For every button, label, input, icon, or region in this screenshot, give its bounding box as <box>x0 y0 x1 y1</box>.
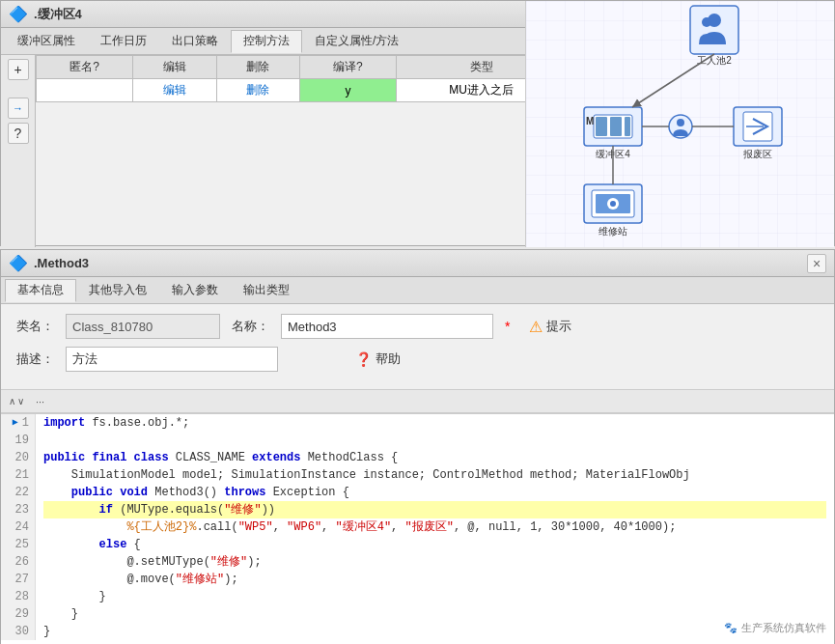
line-num-26: 26 <box>7 553 29 571</box>
line-num-1: ▶ 1 <box>7 414 29 432</box>
bottom-panel-title-area: 🔷 .Method3 <box>9 254 89 272</box>
scroll-up-button[interactable]: ∧ <box>9 396 15 406</box>
add-row-button[interactable]: + <box>8 59 29 80</box>
code-line-21: SimulationModel model; SimulationInstanc… <box>43 466 826 484</box>
svg-point-25 <box>610 201 616 207</box>
tab-input-params[interactable]: 输入参数 <box>159 279 231 302</box>
more-options-button[interactable]: ··· <box>32 395 48 408</box>
svg-rect-1 <box>690 6 738 54</box>
class-label: 类名： <box>16 318 54 335</box>
desc-label: 描述： <box>16 350 54 368</box>
hint-label: 提示 <box>546 318 571 335</box>
warning-icon: ⚠ <box>529 318 543 336</box>
svg-rect-7 <box>596 117 607 136</box>
tab-output-type[interactable]: 输出类型 <box>231 279 302 302</box>
help-label: 帮助 <box>376 350 401 368</box>
code-line-27: @.move("维修站"); <box>43 571 826 588</box>
name-label: 名称： <box>232 318 269 335</box>
code-line-25: else { <box>43 536 826 553</box>
code-line-20: public final class CLASS_NAME extends Me… <box>43 449 826 466</box>
line-num-19: 19 <box>7 432 29 449</box>
svg-point-13 <box>677 119 684 126</box>
code-line-29: } <box>43 605 826 623</box>
tab-basic-info[interactable]: 基本信息 <box>5 279 76 302</box>
line-num-29: 29 <box>7 605 29 623</box>
arrow-right-button[interactable]: → <box>8 98 29 119</box>
watermark-icon: 🐾 <box>724 622 738 634</box>
bottom-panel-close-button[interactable]: × <box>807 254 826 273</box>
diagram-inner: 工人池2 缓冲区4 <box>526 1 834 247</box>
svg-text:维修站: 维修站 <box>598 226 627 237</box>
tab-buffer-properties[interactable]: 缓冲区属性 <box>5 30 88 53</box>
svg-rect-8 <box>610 117 622 136</box>
svg-text:M: M <box>586 116 594 126</box>
col-delete: 删除 <box>216 56 299 79</box>
cell-edit-btn[interactable]: 编辑 <box>133 79 216 102</box>
table-left-controls: + → ? <box>1 55 36 247</box>
line-num-30: 30 <box>7 623 29 640</box>
line-num-23: 23 <box>7 501 29 518</box>
svg-point-3 <box>702 17 711 27</box>
svg-text:报废区: 报废区 <box>742 149 772 159</box>
code-editor[interactable]: ▶ 1 19 20 21 22 23 24 25 26 27 28 29 30 … <box>1 413 834 644</box>
tab-work-calendar[interactable]: 工作日历 <box>88 30 159 53</box>
cell-delete-btn[interactable]: 删除 <box>216 79 299 102</box>
bottom-panel-tabs-bar: 基本信息 其他导入包 输入参数 输出类型 <box>1 277 834 304</box>
code-line-22: public void Method3() throws Exception { <box>43 484 826 501</box>
scroll-buttons: ∧ ∨ <box>9 396 24 406</box>
svg-text:工人池2: 工人池2 <box>697 55 732 66</box>
code-content: import fs.base.obj.*; public final class… <box>36 414 834 640</box>
code-line-30: } <box>43 623 826 640</box>
code-line-1: import fs.base.obj.*; <box>43 414 826 432</box>
line-num-28: 28 <box>7 588 29 605</box>
method-icon: 🔷 <box>9 254 28 272</box>
code-line-19 <box>43 432 826 449</box>
bottom-panel: 🔷 .Method3 × 基本信息 其他导入包 输入参数 输出类型 类名： 名称… <box>0 249 835 644</box>
code-lines-container: ▶ 1 19 20 21 22 23 24 25 26 27 28 29 30 … <box>1 414 834 640</box>
code-toolbar: ∧ ∨ ··· <box>1 390 834 413</box>
tab-custom-attributes[interactable]: 自定义属性/方法 <box>302 30 411 53</box>
question-icon: ❓ <box>355 351 372 367</box>
watermark: 🐾 生产系统仿真软件 <box>724 621 826 635</box>
code-line-28: } <box>43 588 826 605</box>
description-row: 描述： ❓ 帮助 <box>16 347 819 372</box>
cell-anonymous <box>37 79 133 102</box>
code-line-26: @.setMUType("维修"); <box>43 553 826 571</box>
line-numbers: ▶ 1 19 20 21 22 23 24 25 26 27 28 29 30 <box>1 414 36 640</box>
method-name-input[interactable] <box>281 314 493 339</box>
form-area: 类名： 名称： * ⚠ 提示 描述： ❓ 帮助 <box>1 304 834 390</box>
help-button[interactable]: ❓ 帮助 <box>348 348 408 371</box>
tab-import-packages[interactable]: 其他导入包 <box>76 279 159 302</box>
top-panel-title-area: 🔷 .缓冲区4 <box>9 5 82 23</box>
top-panel-title: .缓冲区4 <box>34 6 82 23</box>
line-num-21: 21 <box>7 466 29 484</box>
line-num-27: 27 <box>7 571 29 588</box>
buffer-icon: 🔷 <box>9 5 28 23</box>
code-line-24: %{工人池2}%.call("WP5", "WP6", "缓冲区4", "报废区… <box>43 518 826 536</box>
code-line-23: if (MUType.equals("维修")) <box>43 501 826 518</box>
top-panel: 🔷 .缓冲区4 × 缓冲区属性 工作日历 出口策略 控制方法 自定义属性/方法 … <box>0 0 835 246</box>
line-num-25: 25 <box>7 536 29 553</box>
svg-rect-9 <box>625 117 630 136</box>
bottom-panel-title: .Method3 <box>34 256 89 270</box>
col-compile: 编译? <box>299 56 396 79</box>
watermark-text: 生产系统仿真软件 <box>741 621 826 635</box>
class-name-row: 类名： 名称： * ⚠ 提示 <box>16 314 819 339</box>
line-arrow-1: ▶ <box>13 414 18 432</box>
line-num-24: 24 <box>7 518 29 536</box>
col-edit: 编辑 <box>133 56 216 79</box>
class-name-input[interactable] <box>66 314 220 339</box>
line-num-22: 22 <box>7 484 29 501</box>
cell-compile: y <box>299 79 396 102</box>
scroll-down-button[interactable]: ∨ <box>17 396 24 406</box>
tab-control-method[interactable]: 控制方法 <box>231 30 302 53</box>
hint-button[interactable]: ⚠ 提示 <box>521 315 579 339</box>
help-button[interactable]: ? <box>8 123 29 144</box>
col-anonymous: 匿名? <box>37 56 133 79</box>
tab-exit-strategy[interactable]: 出口策略 <box>159 30 231 53</box>
description-input[interactable] <box>66 347 278 372</box>
diagram-area: 工人池2 缓冲区4 <box>525 1 834 247</box>
line-num-20: 20 <box>7 449 29 466</box>
required-indicator: * <box>505 319 510 334</box>
bottom-panel-titlebar: 🔷 .Method3 × <box>1 250 834 277</box>
